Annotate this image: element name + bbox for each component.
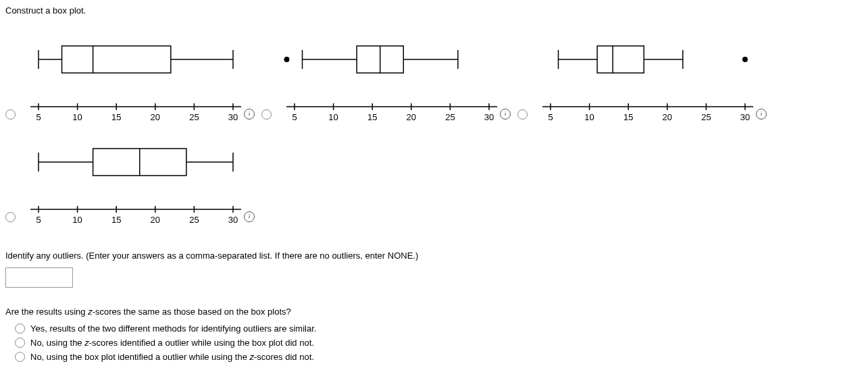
choice-radio[interactable]: [15, 338, 25, 348]
svg-text:15: 15: [111, 112, 121, 122]
svg-text:25: 25: [701, 112, 711, 122]
svg-text:25: 25: [189, 112, 199, 122]
svg-text:15: 15: [623, 112, 633, 122]
boxplot-option-4: 51015202530i: [5, 132, 256, 226]
zscore-choices: Yes, results of the two different method…: [5, 323, 863, 362]
choice-radio[interactable]: [15, 323, 25, 334]
zscore-choice-2: No, using the z-scores identified a outl…: [15, 338, 863, 348]
svg-text:20: 20: [151, 215, 160, 225]
outlier-point: [742, 57, 748, 62]
info-icon[interactable]: i: [500, 109, 511, 120]
zscore-question: Are the results using z-scores the same …: [5, 307, 863, 317]
svg-text:5: 5: [292, 112, 297, 122]
svg-text:15: 15: [367, 112, 377, 122]
choice-radio[interactable]: [15, 352, 25, 362]
svg-text:20: 20: [151, 112, 160, 122]
svg-text:20: 20: [663, 112, 672, 122]
choice-text: No, using the box plot identified a outl…: [30, 352, 314, 362]
svg-text:15: 15: [111, 215, 121, 225]
boxplot-chart: 51015202530: [18, 132, 241, 226]
svg-text:30: 30: [740, 112, 750, 122]
boxplot-option-3: 51015202530i: [517, 29, 768, 124]
choice-text: No, using the z-scores identified a outl…: [30, 338, 314, 348]
svg-text:5: 5: [36, 215, 41, 225]
boxplot-option-1: 51015202530i: [5, 29, 256, 124]
info-icon[interactable]: i: [244, 109, 255, 120]
option-radio[interactable]: [517, 109, 528, 120]
svg-text:25: 25: [445, 112, 455, 122]
svg-text:10: 10: [584, 112, 594, 122]
svg-text:30: 30: [228, 215, 238, 225]
option-radio[interactable]: [5, 109, 16, 120]
info-icon[interactable]: i: [756, 109, 767, 120]
svg-text:5: 5: [36, 112, 41, 122]
zscore-prefix: Are the results using: [5, 307, 88, 317]
boxplot-options: 51015202530i51015202530i51015202530i5101…: [5, 29, 863, 234]
zscore-suffix: -scores the same as those based on the b…: [93, 307, 291, 317]
svg-text:5: 5: [548, 112, 553, 122]
boxplot-chart: 51015202530: [274, 29, 497, 124]
svg-rect-17: [62, 46, 171, 73]
outliers-input[interactable]: [5, 267, 73, 288]
svg-text:30: 30: [228, 112, 238, 122]
boxplot-chart: 51015202530: [530, 29, 753, 124]
choice-text: Yes, results of the two different method…: [30, 323, 316, 334]
outliers-prompt: Identify any outliers. (Enter your answe…: [5, 251, 863, 261]
info-icon[interactable]: i: [244, 211, 255, 222]
svg-text:25: 25: [189, 215, 199, 225]
svg-rect-55: [597, 46, 644, 73]
outlier-point: [284, 57, 289, 62]
question-title: Construct a box plot.: [5, 5, 863, 16]
zscore-choice-3: No, using the box plot identified a outl…: [15, 352, 863, 362]
zscore-choice-1: Yes, results of the two different method…: [15, 323, 863, 334]
boxplot-chart: 51015202530: [18, 29, 241, 124]
svg-text:10: 10: [328, 112, 338, 122]
svg-text:20: 20: [407, 112, 416, 122]
option-radio[interactable]: [261, 109, 272, 120]
svg-text:10: 10: [72, 215, 82, 225]
svg-text:30: 30: [484, 112, 494, 122]
svg-text:10: 10: [72, 112, 82, 122]
option-radio[interactable]: [5, 212, 16, 222]
boxplot-option-2: 51015202530i: [261, 29, 512, 124]
